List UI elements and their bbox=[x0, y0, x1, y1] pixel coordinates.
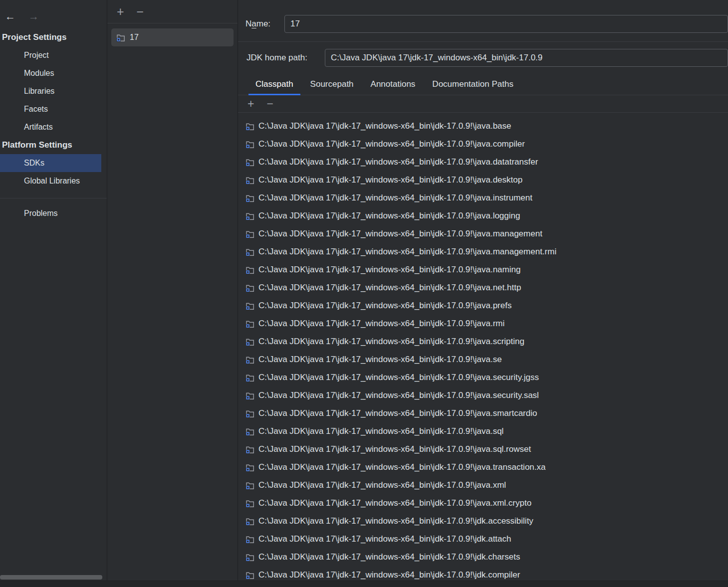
project-settings-header: Project Settings bbox=[0, 28, 107, 46]
classpath-entry[interactable]: C:\Java JDK\java 17\jdk-17_windows-x64_b… bbox=[238, 279, 728, 297]
sdk-editor-tabs: Classpath Sourcepath Annotations Documen… bbox=[238, 74, 728, 95]
sidebar-item-label: Libraries bbox=[24, 87, 54, 96]
remove-sdk-icon[interactable]: − bbox=[137, 5, 144, 18]
classpath-entry-path: C:\Java JDK\java 17\jdk-17_windows-x64_b… bbox=[258, 283, 521, 293]
project-structure-dialog: ← → Project Settings Project Modules Lib… bbox=[0, 0, 728, 581]
sdk-name-row: Name: bbox=[238, 0, 728, 42]
add-sdk-icon[interactable]: + bbox=[117, 5, 124, 18]
classpath-entry[interactable]: C:\Java JDK\java 17\jdk-17_windows-x64_b… bbox=[238, 387, 728, 404]
classpath-entry[interactable]: C:\Java JDK\java 17\jdk-17_windows-x64_b… bbox=[238, 315, 728, 333]
name-label-text: N bbox=[245, 19, 251, 28]
classpath-entry-path: C:\Java JDK\java 17\jdk-17_windows-x64_b… bbox=[258, 552, 520, 562]
classpath-entry[interactable]: C:\Java JDK\java 17\jdk-17_windows-x64_b… bbox=[238, 261, 728, 279]
classpath-entry-path: C:\Java JDK\java 17\jdk-17_windows-x64_b… bbox=[258, 462, 545, 472]
classpath-entry-path: C:\Java JDK\java 17\jdk-17_windows-x64_b… bbox=[258, 319, 504, 329]
classpath-entry[interactable]: C:\Java JDK\java 17\jdk-17_windows-x64_b… bbox=[238, 243, 728, 261]
module-folder-icon bbox=[245, 356, 254, 364]
classpath-entry-path: C:\Java JDK\java 17\jdk-17_windows-x64_b… bbox=[258, 408, 537, 418]
jdk-folder-icon bbox=[116, 33, 125, 42]
classpath-entry[interactable]: C:\Java JDK\java 17\jdk-17_windows-x64_b… bbox=[238, 458, 728, 476]
classpath-entry[interactable]: C:\Java JDK\java 17\jdk-17_windows-x64_b… bbox=[238, 494, 728, 512]
classpath-entry-path: C:\Java JDK\java 17\jdk-17_windows-x64_b… bbox=[258, 193, 532, 203]
classpath-entry-path: C:\Java JDK\java 17\jdk-17_windows-x64_b… bbox=[258, 516, 533, 526]
module-folder-icon bbox=[245, 391, 254, 400]
add-classpath-icon[interactable]: + bbox=[247, 98, 254, 110]
sidebar-item[interactable]: Artifacts bbox=[0, 118, 107, 136]
tab-label: Annotations bbox=[371, 79, 416, 89]
classpath-entry[interactable]: C:\Java JDK\java 17\jdk-17_windows-x64_b… bbox=[238, 566, 728, 581]
sidebar-item[interactable]: SDKs bbox=[0, 154, 101, 172]
module-folder-icon bbox=[245, 535, 254, 544]
remove-classpath-icon[interactable]: − bbox=[266, 98, 273, 110]
classpath-entry-path: C:\Java JDK\java 17\jdk-17_windows-x64_b… bbox=[258, 444, 531, 454]
classpath-entry[interactable]: C:\Java JDK\java 17\jdk-17_windows-x64_b… bbox=[238, 225, 728, 243]
classpath-entry-path: C:\Java JDK\java 17\jdk-17_windows-x64_b… bbox=[258, 211, 520, 221]
sidebar-divider bbox=[0, 198, 107, 198]
sidebar-item[interactable]: Modules bbox=[0, 64, 107, 82]
horizontal-scrollbar[interactable] bbox=[0, 575, 102, 580]
classpath-entry[interactable]: C:\Java JDK\java 17\jdk-17_windows-x64_b… bbox=[238, 512, 728, 530]
classpath-entry-path: C:\Java JDK\java 17\jdk-17_windows-x64_b… bbox=[258, 480, 506, 490]
sdk-editor-tab[interactable]: Sourcepath bbox=[303, 74, 361, 95]
classpath-entry[interactable]: C:\Java JDK\java 17\jdk-17_windows-x64_b… bbox=[238, 207, 728, 225]
module-folder-icon bbox=[245, 517, 254, 526]
classpath-entry[interactable]: C:\Java JDK\java 17\jdk-17_windows-x64_b… bbox=[238, 333, 728, 351]
module-folder-icon bbox=[245, 571, 254, 580]
sdk-editor-tab[interactable]: Documentation Paths bbox=[425, 74, 520, 95]
classpath-entry[interactable]: C:\Java JDK\java 17\jdk-17_windows-x64_b… bbox=[238, 135, 728, 153]
sidebar-item[interactable]: Global Libraries bbox=[0, 172, 107, 190]
classpath-entry-path: C:\Java JDK\java 17\jdk-17_windows-x64_b… bbox=[258, 570, 520, 580]
module-folder-icon bbox=[245, 266, 254, 274]
sidebar-item[interactable]: Project bbox=[0, 46, 107, 64]
history-nav: ← → bbox=[0, 11, 107, 28]
back-icon[interactable]: ← bbox=[5, 11, 15, 21]
sdk-list: 17 bbox=[107, 23, 238, 51]
sidebar-item-label: SDKs bbox=[24, 159, 44, 168]
classpath-entry[interactable]: C:\Java JDK\java 17\jdk-17_windows-x64_b… bbox=[238, 422, 728, 440]
sdk-editor-tab[interactable]: Annotations bbox=[364, 74, 423, 95]
sidebar-item-problems[interactable]: Problems bbox=[0, 204, 107, 222]
classpath-entry-path: C:\Java JDK\java 17\jdk-17_windows-x64_b… bbox=[258, 534, 511, 544]
classpath-list: C:\Java JDK\java 17\jdk-17_windows-x64_b… bbox=[238, 113, 728, 581]
sidebar-item-label: Facets bbox=[24, 105, 48, 114]
sdk-editor-tab[interactable]: Classpath bbox=[248, 74, 300, 95]
classpath-entry-path: C:\Java JDK\java 17\jdk-17_windows-x64_b… bbox=[258, 391, 539, 400]
classpath-entry[interactable]: C:\Java JDK\java 17\jdk-17_windows-x64_b… bbox=[238, 153, 728, 171]
classpath-entry[interactable]: C:\Java JDK\java 17\jdk-17_windows-x64_b… bbox=[238, 171, 728, 189]
classpath-entry-path: C:\Java JDK\java 17\jdk-17_windows-x64_b… bbox=[258, 175, 522, 185]
settings-sidebar: ← → Project Settings Project Modules Lib… bbox=[0, 0, 107, 581]
module-folder-icon bbox=[245, 194, 254, 202]
sdk-name-input[interactable] bbox=[284, 15, 728, 33]
jdk-home-label: JDK home path: bbox=[246, 53, 325, 63]
sdk-list-item[interactable]: 17 bbox=[111, 28, 234, 46]
module-folder-icon bbox=[245, 427, 254, 436]
classpath-entry[interactable]: C:\Java JDK\java 17\jdk-17_windows-x64_b… bbox=[238, 548, 728, 566]
classpath-entry[interactable]: C:\Java JDK\java 17\jdk-17_windows-x64_b… bbox=[238, 530, 728, 548]
sdk-editor-panel: Name: JDK home path: Classpath Sourcepat… bbox=[238, 0, 728, 581]
platform-settings-items: SDKs Global Libraries bbox=[0, 154, 107, 190]
module-folder-icon bbox=[245, 499, 254, 508]
classpath-entry[interactable]: C:\Java JDK\java 17\jdk-17_windows-x64_b… bbox=[238, 404, 728, 422]
sdk-list-toolbar: + − bbox=[107, 0, 238, 23]
forward-icon[interactable]: → bbox=[28, 11, 39, 21]
sidebar-item[interactable]: Facets bbox=[0, 100, 107, 118]
classpath-entry[interactable]: C:\Java JDK\java 17\jdk-17_windows-x64_b… bbox=[238, 369, 728, 387]
sidebar-item-label: Project bbox=[24, 51, 49, 60]
module-folder-icon bbox=[245, 212, 254, 220]
classpath-entry[interactable]: C:\Java JDK\java 17\jdk-17_windows-x64_b… bbox=[238, 189, 728, 207]
jdk-home-path-input[interactable] bbox=[325, 49, 728, 67]
classpath-entry-path: C:\Java JDK\java 17\jdk-17_windows-x64_b… bbox=[258, 426, 503, 436]
module-folder-icon bbox=[245, 338, 254, 346]
module-folder-icon bbox=[245, 248, 254, 256]
classpath-entry[interactable]: C:\Java JDK\java 17\jdk-17_windows-x64_b… bbox=[238, 117, 728, 135]
module-folder-icon bbox=[245, 481, 254, 490]
classpath-entry[interactable]: C:\Java JDK\java 17\jdk-17_windows-x64_b… bbox=[238, 440, 728, 458]
classpath-entry[interactable]: C:\Java JDK\java 17\jdk-17_windows-x64_b… bbox=[238, 297, 728, 315]
classpath-entry[interactable]: C:\Java JDK\java 17\jdk-17_windows-x64_b… bbox=[238, 351, 728, 369]
classpath-entry-path: C:\Java JDK\java 17\jdk-17_windows-x64_b… bbox=[258, 247, 556, 257]
classpath-entry[interactable]: C:\Java JDK\java 17\jdk-17_windows-x64_b… bbox=[238, 476, 728, 494]
name-label-mnemonic: a bbox=[251, 19, 256, 28]
sidebar-item[interactable]: Libraries bbox=[0, 82, 107, 100]
classpath-entry-path: C:\Java JDK\java 17\jdk-17_windows-x64_b… bbox=[258, 355, 502, 365]
module-folder-icon bbox=[245, 374, 254, 382]
